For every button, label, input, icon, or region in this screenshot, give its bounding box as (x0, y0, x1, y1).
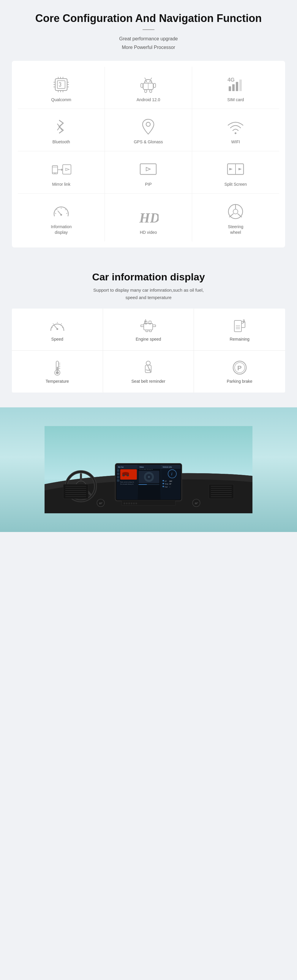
info-label: Informationdisplay (51, 224, 72, 235)
svg-marker-46 (238, 168, 242, 170)
svg-point-110 (122, 475, 125, 477)
svg-rect-41 (140, 164, 156, 175)
svg-text:i: i (171, 471, 172, 476)
svg-text:P: P (237, 364, 242, 372)
car-parking-item: P Parking brake (194, 351, 285, 393)
svg-point-111 (126, 475, 129, 477)
gps-icon (138, 118, 159, 135)
svg-marker-42 (146, 167, 150, 171)
subtitle-line1: Great performance upgrade (119, 36, 177, 41)
car-info-title: Car information display (6, 271, 291, 283)
svg-point-61 (56, 328, 58, 330)
svg-rect-21 (145, 90, 147, 92)
svg-rect-129 (163, 480, 164, 481)
svg-line-50 (65, 209, 66, 210)
pip-label: PIP (145, 181, 152, 188)
svg-text:--: -- (169, 486, 171, 488)
car-image-section: My Car Radio vehicle setting info Do not… (0, 407, 297, 532)
feature-sim: 4G SIM card (192, 67, 279, 109)
car-speed-item: Speed (12, 309, 103, 351)
svg-point-32 (235, 132, 236, 134)
chip-icon (51, 76, 72, 94)
feature-mirror: Mirror link (18, 151, 105, 194)
car-seatbelt-item: Seat belt reminder (103, 351, 194, 393)
svg-rect-132 (163, 483, 164, 484)
svg-rect-70 (153, 325, 156, 327)
car-fuel-item: Remaining (194, 309, 285, 351)
svg-rect-135 (163, 486, 164, 487)
bluetooth-label: Bluetooth (53, 139, 70, 145)
feature-wifi: WIFI (192, 109, 279, 151)
feature-info: Informationdisplay (18, 194, 105, 242)
svg-rect-20 (153, 83, 156, 88)
car-scene: My Car Radio vehicle setting info Do not… (45, 413, 252, 526)
feature-card: Qualcomm (12, 61, 285, 247)
svg-rect-106 (117, 473, 120, 475)
subtitle-line2: More Powerful Processor (122, 45, 175, 50)
svg-line-47 (55, 213, 56, 214)
svg-rect-74 (234, 320, 241, 332)
svg-point-87 (56, 371, 59, 374)
svg-text:OT: OT (165, 480, 167, 482)
car-info-desc: Support to display many car infomration,… (6, 286, 291, 301)
feature-bluetooth: Bluetooth (18, 109, 105, 151)
gps-label: GPS & Glonass (134, 139, 163, 145)
svg-text:Vehicle info: Vehicle info (163, 466, 172, 468)
car-engine-item: Engine speed (103, 309, 194, 351)
hd-label: HD video (140, 230, 157, 235)
speed-label: Speed (51, 337, 63, 342)
fuel-icon (231, 317, 249, 334)
qualcomm-label: Qualcomm (51, 97, 71, 103)
svg-text:⊙ ⊙ ⊙ ⊙ ⊙ ⊙: ⊙ ⊙ ⊙ ⊙ ⊙ ⊙ (123, 502, 137, 504)
svg-rect-108 (117, 479, 120, 482)
svg-line-18 (150, 78, 152, 80)
svg-rect-28 (240, 80, 242, 91)
svg-text:Radio vehicle setting info: Radio vehicle setting info (120, 481, 134, 483)
svg-rect-25 (229, 86, 231, 91)
title-divider (142, 29, 155, 30)
svg-point-56 (233, 209, 238, 214)
svg-line-89 (148, 366, 150, 372)
pip-icon (138, 160, 159, 178)
feature-android: Android 12.0 (105, 67, 192, 109)
parking-icon: P (231, 360, 249, 376)
svg-line-63 (53, 323, 54, 324)
svg-line-51 (66, 213, 67, 214)
svg-marker-45 (229, 168, 233, 170)
wifi-icon (225, 118, 246, 135)
engine-label: Engine speed (136, 337, 161, 342)
core-subtitle: Great performance upgrade More Powerful … (6, 35, 291, 52)
svg-rect-107 (117, 476, 120, 478)
engine-icon (139, 317, 157, 334)
svg-point-53 (60, 214, 62, 216)
svg-text:4G: 4G (227, 77, 235, 83)
seatbelt-icon (139, 360, 157, 376)
feature-steering: Steeringwheel (192, 194, 279, 242)
svg-rect-123 (138, 484, 147, 485)
car-info-grid: Speed (12, 309, 285, 393)
split-icon (225, 160, 246, 178)
mirror-icon (51, 160, 72, 178)
speedometer2-icon (48, 317, 66, 334)
svg-line-17 (145, 78, 146, 80)
svg-rect-105 (117, 469, 120, 471)
core-title: Core Configuration And Navigation Functi… (6, 12, 291, 25)
car-info-section: Car information display Support to displ… (0, 262, 297, 398)
wifi-label: WIFI (232, 139, 240, 145)
svg-text:22°: 22° (195, 502, 198, 504)
svg-rect-75 (241, 321, 245, 328)
seatbelt-label: Seat belt reminder (131, 379, 165, 383)
svg-point-121 (148, 476, 150, 478)
android-icon (138, 76, 159, 94)
svg-point-31 (146, 122, 150, 126)
bluetooth-icon (51, 118, 72, 135)
remaining-label: Remaining (230, 337, 249, 342)
svg-text:My Car: My Car (118, 466, 124, 468)
svg-line-65 (61, 323, 62, 324)
steering-icon (225, 203, 246, 220)
svg-marker-40 (65, 168, 69, 170)
core-section: Core Configuration And Navigation Functi… (0, 0, 297, 262)
feature-pip: PIP (105, 151, 192, 194)
svg-text:Do not watch driving, do: Do not watch driving, do (120, 483, 134, 485)
svg-rect-22 (150, 90, 152, 92)
